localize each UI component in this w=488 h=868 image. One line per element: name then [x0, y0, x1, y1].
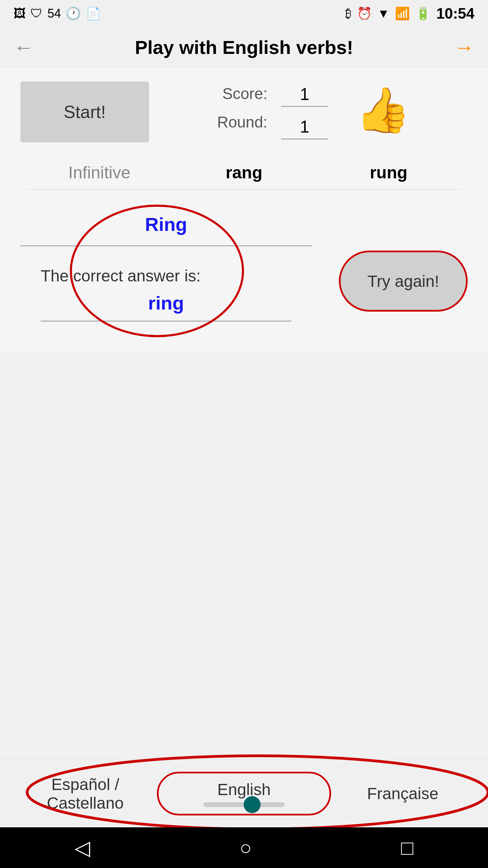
status-bar-left-icons: 🖼 🛡 54 🕐 📄	[14, 6, 101, 21]
android-back-icon[interactable]: ◁	[75, 836, 90, 860]
left-answer-zone: Ring The correct answer is: ring	[20, 203, 312, 339]
android-nav-bar: ◁ ○ □	[0, 827, 488, 868]
wifi-icon: ▼	[378, 6, 390, 21]
language-slider[interactable]	[203, 802, 285, 807]
time-display: 10:54	[436, 5, 474, 22]
score-labels: Score: Round:	[206, 84, 267, 131]
correct-answer-word: ring	[148, 292, 184, 314]
page-title: Play with English verbs!	[34, 36, 454, 58]
score-values: 1 1	[281, 84, 328, 139]
round-label: Round:	[206, 113, 267, 131]
verb-table-area: Infinitive rang rung	[20, 156, 468, 190]
clock-icon: 🕐	[66, 6, 81, 21]
photo-icon: 🖼	[14, 6, 26, 21]
status-bar-right-icons: ₿ ⏰ ▼ 📶 🔋 10:54	[345, 5, 474, 22]
correct-answer-area: The correct answer is: ring	[20, 260, 312, 328]
round-value: 1	[281, 117, 328, 139]
verb-col-past: rang	[172, 163, 317, 182]
status-bar: 🖼 🛡 54 🕐 📄 ₿ ⏰ ▼ 📶 🔋 10:54	[0, 0, 488, 27]
battery-icon: 🔋	[415, 6, 431, 21]
shield-icon: 🛡	[30, 6, 43, 21]
signal-icon: 📶	[395, 6, 410, 21]
start-button[interactable]: Start!	[20, 81, 149, 142]
score-label: Score:	[206, 84, 267, 103]
language-english[interactable]: English	[157, 772, 331, 815]
document-icon: 📄	[86, 6, 101, 21]
notification-count: 54	[47, 6, 61, 21]
language-french[interactable]: Française	[331, 784, 474, 803]
answer-container: Ring The correct answer is: ring Try aga…	[20, 203, 468, 339]
score-middle: Score: Round: 1 1 👍	[149, 84, 468, 139]
thumbs-up-icon: 👍	[355, 84, 410, 136]
forward-button[interactable]: →	[454, 36, 474, 59]
verb-headers: Infinitive rang rung	[27, 156, 461, 190]
score-value: 1	[281, 84, 328, 107]
main-content: Start! Score: Round: 1 1 👍 Infinitive ra…	[0, 68, 488, 352]
input-word-area: Ring	[20, 203, 312, 246]
bottom-language-bar: Español / Castellano English Française	[0, 760, 488, 827]
back-button[interactable]: ←	[14, 36, 34, 59]
input-word: Ring	[41, 213, 291, 235]
android-home-icon[interactable]: ○	[240, 836, 252, 860]
nav-bar: ← Play with English verbs! →	[0, 27, 488, 68]
language-spanish[interactable]: Español / Castellano	[14, 775, 157, 812]
language-english-label: English	[217, 780, 270, 799]
verb-col-participle: rung	[316, 163, 461, 182]
android-recent-icon[interactable]: □	[401, 836, 413, 860]
alarm-icon: ⏰	[357, 6, 372, 21]
try-again-button[interactable]: Try again!	[339, 251, 468, 312]
correct-answer-word-container: ring	[41, 292, 291, 314]
answer-underline	[41, 321, 291, 321]
score-section: Start! Score: Round: 1 1 👍	[20, 81, 468, 142]
verb-col-infinitive: Infinitive	[27, 163, 172, 182]
correct-answer-label: The correct answer is:	[41, 267, 201, 285]
right-button-zone: Try again!	[339, 203, 468, 312]
language-slider-thumb	[244, 796, 261, 813]
bluetooth-icon: ₿	[345, 6, 351, 21]
